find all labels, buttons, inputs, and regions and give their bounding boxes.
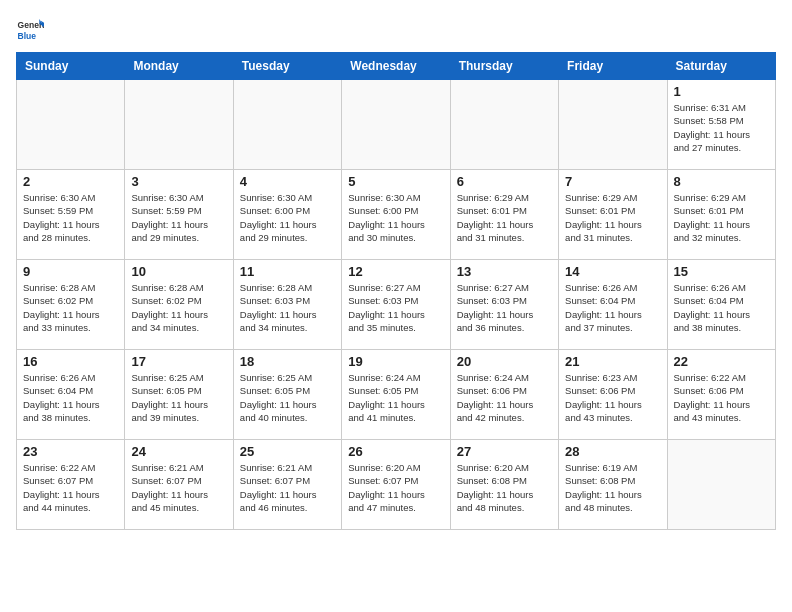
calendar-week-5: 23Sunrise: 6:22 AMSunset: 6:07 PMDayligh…	[17, 440, 776, 530]
calendar-cell	[125, 80, 233, 170]
day-info: Sunrise: 6:25 AMSunset: 6:05 PMDaylight:…	[131, 371, 226, 424]
calendar-table: SundayMondayTuesdayWednesdayThursdayFrid…	[16, 52, 776, 530]
calendar-cell: 14Sunrise: 6:26 AMSunset: 6:04 PMDayligh…	[559, 260, 667, 350]
day-number: 28	[565, 444, 660, 459]
day-number: 1	[674, 84, 769, 99]
day-number: 22	[674, 354, 769, 369]
calendar-cell	[17, 80, 125, 170]
day-info: Sunrise: 6:26 AMSunset: 6:04 PMDaylight:…	[674, 281, 769, 334]
day-info: Sunrise: 6:30 AMSunset: 6:00 PMDaylight:…	[240, 191, 335, 244]
calendar-cell: 18Sunrise: 6:25 AMSunset: 6:05 PMDayligh…	[233, 350, 341, 440]
weekday-header-friday: Friday	[559, 53, 667, 80]
calendar-week-1: 1Sunrise: 6:31 AMSunset: 5:58 PMDaylight…	[17, 80, 776, 170]
day-number: 14	[565, 264, 660, 279]
day-info: Sunrise: 6:23 AMSunset: 6:06 PMDaylight:…	[565, 371, 660, 424]
day-info: Sunrise: 6:22 AMSunset: 6:07 PMDaylight:…	[23, 461, 118, 514]
calendar-cell: 19Sunrise: 6:24 AMSunset: 6:05 PMDayligh…	[342, 350, 450, 440]
day-info: Sunrise: 6:24 AMSunset: 6:06 PMDaylight:…	[457, 371, 552, 424]
weekday-header-saturday: Saturday	[667, 53, 775, 80]
weekday-header-wednesday: Wednesday	[342, 53, 450, 80]
day-number: 17	[131, 354, 226, 369]
day-number: 16	[23, 354, 118, 369]
day-number: 5	[348, 174, 443, 189]
calendar-cell: 11Sunrise: 6:28 AMSunset: 6:03 PMDayligh…	[233, 260, 341, 350]
day-info: Sunrise: 6:29 AMSunset: 6:01 PMDaylight:…	[674, 191, 769, 244]
day-number: 21	[565, 354, 660, 369]
day-number: 10	[131, 264, 226, 279]
day-info: Sunrise: 6:21 AMSunset: 6:07 PMDaylight:…	[131, 461, 226, 514]
calendar-week-4: 16Sunrise: 6:26 AMSunset: 6:04 PMDayligh…	[17, 350, 776, 440]
calendar-cell: 22Sunrise: 6:22 AMSunset: 6:06 PMDayligh…	[667, 350, 775, 440]
calendar-cell: 26Sunrise: 6:20 AMSunset: 6:07 PMDayligh…	[342, 440, 450, 530]
calendar-cell: 12Sunrise: 6:27 AMSunset: 6:03 PMDayligh…	[342, 260, 450, 350]
calendar-week-2: 2Sunrise: 6:30 AMSunset: 5:59 PMDaylight…	[17, 170, 776, 260]
calendar-cell: 5Sunrise: 6:30 AMSunset: 6:00 PMDaylight…	[342, 170, 450, 260]
day-number: 7	[565, 174, 660, 189]
weekday-header-monday: Monday	[125, 53, 233, 80]
day-number: 11	[240, 264, 335, 279]
calendar-cell: 15Sunrise: 6:26 AMSunset: 6:04 PMDayligh…	[667, 260, 775, 350]
day-number: 9	[23, 264, 118, 279]
day-info: Sunrise: 6:21 AMSunset: 6:07 PMDaylight:…	[240, 461, 335, 514]
day-number: 26	[348, 444, 443, 459]
day-number: 13	[457, 264, 552, 279]
svg-text:Blue: Blue	[18, 31, 37, 41]
calendar-cell	[342, 80, 450, 170]
calendar-cell: 16Sunrise: 6:26 AMSunset: 6:04 PMDayligh…	[17, 350, 125, 440]
calendar-cell: 17Sunrise: 6:25 AMSunset: 6:05 PMDayligh…	[125, 350, 233, 440]
calendar-cell: 6Sunrise: 6:29 AMSunset: 6:01 PMDaylight…	[450, 170, 558, 260]
day-info: Sunrise: 6:26 AMSunset: 6:04 PMDaylight:…	[23, 371, 118, 424]
calendar-week-3: 9Sunrise: 6:28 AMSunset: 6:02 PMDaylight…	[17, 260, 776, 350]
logo: General Blue	[16, 16, 48, 44]
day-number: 20	[457, 354, 552, 369]
calendar-cell: 9Sunrise: 6:28 AMSunset: 6:02 PMDaylight…	[17, 260, 125, 350]
calendar-cell: 10Sunrise: 6:28 AMSunset: 6:02 PMDayligh…	[125, 260, 233, 350]
day-number: 18	[240, 354, 335, 369]
day-info: Sunrise: 6:20 AMSunset: 6:07 PMDaylight:…	[348, 461, 443, 514]
day-number: 4	[240, 174, 335, 189]
calendar-cell: 3Sunrise: 6:30 AMSunset: 5:59 PMDaylight…	[125, 170, 233, 260]
calendar-cell: 13Sunrise: 6:27 AMSunset: 6:03 PMDayligh…	[450, 260, 558, 350]
day-info: Sunrise: 6:22 AMSunset: 6:06 PMDaylight:…	[674, 371, 769, 424]
calendar-header-row: SundayMondayTuesdayWednesdayThursdayFrid…	[17, 53, 776, 80]
calendar-cell: 20Sunrise: 6:24 AMSunset: 6:06 PMDayligh…	[450, 350, 558, 440]
calendar-cell: 1Sunrise: 6:31 AMSunset: 5:58 PMDaylight…	[667, 80, 775, 170]
day-info: Sunrise: 6:30 AMSunset: 5:59 PMDaylight:…	[131, 191, 226, 244]
calendar-cell	[667, 440, 775, 530]
day-info: Sunrise: 6:28 AMSunset: 6:02 PMDaylight:…	[23, 281, 118, 334]
calendar-cell: 24Sunrise: 6:21 AMSunset: 6:07 PMDayligh…	[125, 440, 233, 530]
day-info: Sunrise: 6:19 AMSunset: 6:08 PMDaylight:…	[565, 461, 660, 514]
day-info: Sunrise: 6:25 AMSunset: 6:05 PMDaylight:…	[240, 371, 335, 424]
day-number: 27	[457, 444, 552, 459]
calendar-cell: 2Sunrise: 6:30 AMSunset: 5:59 PMDaylight…	[17, 170, 125, 260]
day-number: 19	[348, 354, 443, 369]
day-number: 8	[674, 174, 769, 189]
calendar-cell: 21Sunrise: 6:23 AMSunset: 6:06 PMDayligh…	[559, 350, 667, 440]
day-info: Sunrise: 6:28 AMSunset: 6:02 PMDaylight:…	[131, 281, 226, 334]
day-info: Sunrise: 6:31 AMSunset: 5:58 PMDaylight:…	[674, 101, 769, 154]
calendar-cell: 8Sunrise: 6:29 AMSunset: 6:01 PMDaylight…	[667, 170, 775, 260]
day-number: 25	[240, 444, 335, 459]
generalblue-logo-icon: General Blue	[16, 16, 44, 44]
day-number: 6	[457, 174, 552, 189]
calendar-cell: 28Sunrise: 6:19 AMSunset: 6:08 PMDayligh…	[559, 440, 667, 530]
calendar-cell: 4Sunrise: 6:30 AMSunset: 6:00 PMDaylight…	[233, 170, 341, 260]
day-info: Sunrise: 6:27 AMSunset: 6:03 PMDaylight:…	[348, 281, 443, 334]
day-info: Sunrise: 6:26 AMSunset: 6:04 PMDaylight:…	[565, 281, 660, 334]
day-info: Sunrise: 6:30 AMSunset: 5:59 PMDaylight:…	[23, 191, 118, 244]
calendar-cell	[233, 80, 341, 170]
day-number: 3	[131, 174, 226, 189]
day-number: 23	[23, 444, 118, 459]
day-info: Sunrise: 6:20 AMSunset: 6:08 PMDaylight:…	[457, 461, 552, 514]
page-header: General Blue	[16, 16, 776, 44]
day-info: Sunrise: 6:30 AMSunset: 6:00 PMDaylight:…	[348, 191, 443, 244]
calendar-cell: 25Sunrise: 6:21 AMSunset: 6:07 PMDayligh…	[233, 440, 341, 530]
calendar-cell: 7Sunrise: 6:29 AMSunset: 6:01 PMDaylight…	[559, 170, 667, 260]
day-number: 15	[674, 264, 769, 279]
day-number: 12	[348, 264, 443, 279]
weekday-header-sunday: Sunday	[17, 53, 125, 80]
calendar-cell	[559, 80, 667, 170]
day-number: 2	[23, 174, 118, 189]
calendar-cell: 27Sunrise: 6:20 AMSunset: 6:08 PMDayligh…	[450, 440, 558, 530]
weekday-header-thursday: Thursday	[450, 53, 558, 80]
